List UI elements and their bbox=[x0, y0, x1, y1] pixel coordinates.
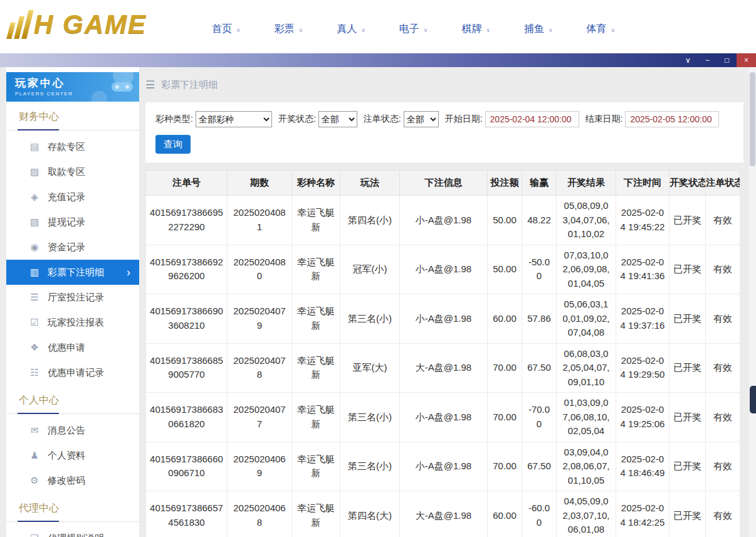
lottery-type-select[interactable]: 全部彩种 bbox=[196, 111, 272, 127]
table-cell: 401569173866903608210 bbox=[146, 294, 228, 344]
chevron-down-icon: ∨ bbox=[361, 27, 365, 33]
table-cell: 幸运飞艇新 bbox=[292, 196, 340, 245]
sidebar-item-label: 玩家投注报表 bbox=[48, 317, 104, 329]
sidebar-item-withdraw[interactable]: ▨取款专区 bbox=[6, 159, 139, 184]
column-header: 注单号 bbox=[146, 171, 228, 196]
table-cell: 05,06,03,10,01,09,02,07,04,08 bbox=[557, 294, 616, 344]
column-header: 开奖状态 bbox=[669, 171, 706, 196]
table-row: 40156917386690360821020250204079幸运飞艇新第三名… bbox=[146, 294, 740, 344]
sidebar-item-player-bet-report[interactable]: ☑玩家投注报表 bbox=[6, 310, 139, 335]
table-cell: 06,08,03,02,05,04,07,09,01,10 bbox=[557, 343, 616, 393]
sidebar-item-profile[interactable]: ♟个人资料 bbox=[6, 443, 139, 468]
sidebar-item-promo-record[interactable]: ☷优惠申请记录 bbox=[6, 360, 139, 385]
nav-item-chess[interactable]: 棋牌∨ bbox=[461, 23, 490, 36]
sidebar-item-password[interactable]: ⚙修改密码 bbox=[6, 468, 139, 493]
scrollbar-track[interactable] bbox=[749, 67, 756, 537]
nav-item-home[interactable]: 首页∨ bbox=[212, 23, 241, 36]
table-cell: 有效 bbox=[706, 196, 740, 245]
table-cell: 有效 bbox=[706, 491, 740, 537]
table-cell: 401569173866574561830 bbox=[146, 491, 228, 537]
table-cell: 有效 bbox=[706, 393, 740, 442]
table-cell: 幸运飞艇新 bbox=[292, 442, 340, 491]
table-cell: 2025-02-04 19:37:16 bbox=[616, 294, 669, 344]
nav-item-live[interactable]: 真人∨ bbox=[337, 23, 365, 36]
nav-item-label: 电子 bbox=[399, 23, 419, 36]
table-row: 40156917386660090671020250204069幸运飞艇新第三名… bbox=[146, 442, 740, 491]
table-cell: 20250204078 bbox=[228, 343, 292, 393]
sidebar-item-message[interactable]: ✉消息公告 bbox=[6, 418, 139, 443]
table-cell: 已开奖 bbox=[669, 491, 706, 537]
nav-item-fishing[interactable]: 捕鱼∨ bbox=[524, 23, 553, 36]
chevron-right-icon: › bbox=[127, 267, 130, 278]
search-button[interactable]: 查询 bbox=[155, 135, 191, 154]
sidebar-item-funds-record[interactable]: ◉资金记录 bbox=[6, 235, 139, 260]
table-body: 40156917386695227229020250204081幸运飞艇新第四名… bbox=[146, 196, 740, 537]
sidebar: 玩家中心 PLAYERS CENTER 财务中心▤存款专区▨取款专区◈充值记录▧… bbox=[6, 67, 139, 537]
table-cell: 冠军(小) bbox=[340, 245, 400, 294]
table-cell: 幸运飞艇新 bbox=[292, 343, 340, 393]
sidebar-item-withdrawal-record[interactable]: ▧提现记录 bbox=[6, 210, 139, 235]
nav-item-lottery[interactable]: 彩票∨ bbox=[275, 23, 303, 36]
scrollbar-thumb[interactable] bbox=[750, 72, 755, 166]
window-close-button[interactable]: × bbox=[737, 53, 756, 67]
column-header: 玩法 bbox=[340, 171, 400, 196]
chevron-down-icon: ∨ bbox=[299, 27, 303, 33]
nav-item-label: 彩票 bbox=[275, 23, 295, 36]
window-minimize-button[interactable]: − bbox=[698, 53, 717, 67]
sidebar-item-label: 充值记录 bbox=[48, 191, 85, 203]
site-logo[interactable]: H GAME bbox=[10, 10, 147, 39]
table-cell: 401569173866830661820 bbox=[146, 393, 228, 442]
chevron-down-icon: ∨ bbox=[611, 27, 616, 33]
table-cell: 已开奖 bbox=[669, 343, 706, 393]
recharge-record-icon: ◈ bbox=[29, 191, 40, 203]
table-cell: 第三名(小) bbox=[340, 393, 400, 442]
table-cell: 67.50 bbox=[522, 442, 557, 491]
nav-item-label: 棋牌 bbox=[461, 23, 481, 36]
bet-status-select[interactable]: 全部 bbox=[404, 111, 439, 127]
sidebar-item-label: 修改密码 bbox=[48, 475, 85, 487]
gamepad-icon bbox=[110, 77, 134, 95]
sidebar-header: 玩家中心 PLAYERS CENTER bbox=[6, 72, 139, 102]
nav-item-sports[interactable]: 体育∨ bbox=[587, 23, 616, 36]
nav-item-electronic[interactable]: 电子∨ bbox=[399, 23, 428, 36]
table-cell: 2025-02-04 18:42:25 bbox=[616, 491, 669, 537]
table-cell: 60.00 bbox=[488, 294, 522, 344]
hamburger-icon[interactable]: ☰ bbox=[145, 78, 155, 92]
sidebar-item-hall-bet-record[interactable]: ☰厅室投注记录 bbox=[6, 285, 139, 310]
table-cell: 20250204080 bbox=[228, 245, 292, 294]
column-header: 开奖结果 bbox=[557, 171, 616, 196]
sidebar-item-deposit[interactable]: ▤存款专区 bbox=[6, 134, 139, 159]
table-cell: 第三名(小) bbox=[340, 294, 400, 344]
bet-status-label: 注单状态: bbox=[364, 114, 401, 125]
sidebar-section-title: 财务中心 bbox=[6, 110, 139, 130]
table-cell: 67.50 bbox=[522, 343, 557, 393]
table-cell: 小-A盘@1.98 bbox=[400, 245, 488, 294]
floating-side-tab[interactable] bbox=[750, 386, 756, 413]
column-header: 输赢 bbox=[522, 171, 557, 196]
logo-mark bbox=[6, 10, 33, 39]
site-header: H GAME 首页∨彩票∨真人∨电子∨棋牌∨捕鱼∨体育∨ bbox=[0, 0, 756, 53]
table-cell: -50.00 bbox=[522, 245, 557, 294]
table-cell: 小-A盘@1.98 bbox=[400, 294, 488, 344]
sidebar-item-agent-rules[interactable]: ❏代理规则说明 bbox=[6, 526, 139, 537]
sidebar-item-label: 优惠申请 bbox=[48, 342, 85, 354]
filter-row: 彩种类型: 全部彩种 开奖状态: 全部 注单状态: 全部 开始日期: 结束日期: bbox=[155, 111, 733, 127]
start-date-label: 开始日期: bbox=[445, 114, 483, 125]
main-nav: 首页∨彩票∨真人∨电子∨棋牌∨捕鱼∨体育∨ bbox=[212, 23, 615, 36]
table-cell: 已开奖 bbox=[669, 442, 706, 491]
table-cell: 07,03,10,02,06,09,08,01,04,05 bbox=[557, 245, 616, 294]
window-menu-chevron-icon[interactable]: ∨ bbox=[678, 53, 698, 67]
end-date-input[interactable] bbox=[625, 111, 719, 127]
sidebar-item-lottery-bet-detail[interactable]: ▥彩票下注明细› bbox=[6, 260, 139, 285]
table-cell: 401569173866600906710 bbox=[146, 442, 228, 491]
sidebar-item-recharge-record[interactable]: ◈充值记录 bbox=[6, 184, 139, 210]
sidebar-item-label: 彩票下注明细 bbox=[48, 267, 104, 279]
draw-status-select[interactable]: 全部 bbox=[318, 111, 357, 127]
sidebar-item-label: 取款专区 bbox=[48, 166, 85, 178]
table-cell: 401569173866859005770 bbox=[146, 343, 228, 393]
window-maximize-button[interactable]: □ bbox=[717, 53, 737, 67]
column-header: 下注信息 bbox=[400, 171, 488, 196]
start-date-input[interactable] bbox=[485, 111, 579, 127]
sidebar-item-promo-apply[interactable]: ❖优惠申请 bbox=[6, 335, 139, 360]
draw-status-label: 开奖状态: bbox=[278, 114, 316, 125]
